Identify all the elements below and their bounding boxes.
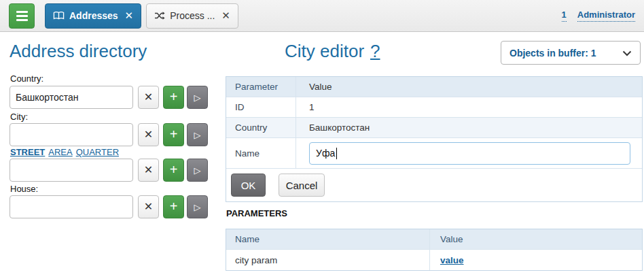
close-icon[interactable]: ✕ <box>125 10 134 22</box>
header-value: Value <box>296 82 642 92</box>
hamburger-menu-button[interactable] <box>9 3 35 29</box>
editor-row-id: ID 1 <box>226 97 642 118</box>
user-area: 1 Administrator <box>562 10 635 22</box>
page-title-address-directory: Address directory <box>10 41 147 62</box>
tab-label: Process ... <box>170 10 215 21</box>
row-value: Башкортостан <box>296 122 642 133</box>
current-user-link[interactable]: Administrator <box>577 10 635 22</box>
play-icon: ▷ <box>194 93 201 102</box>
city-clear-button[interactable]: ✕ <box>138 123 159 146</box>
link-area[interactable]: AREA <box>48 147 72 157</box>
play-icon: ▷ <box>194 203 201 212</box>
street-input[interactable] <box>10 159 133 182</box>
country-label: Country: <box>10 73 43 84</box>
tab-label: Addresses <box>69 10 118 21</box>
country-add-button[interactable]: + <box>163 86 184 109</box>
clear-icon: ✕ <box>144 201 153 212</box>
row-value: 1 <box>296 102 642 112</box>
house-add-button[interactable]: + <box>163 195 184 218</box>
editor-footer: OK Cancel <box>226 169 642 201</box>
help-link[interactable]: ? <box>370 41 380 61</box>
parameters-row: city param value <box>226 250 642 270</box>
header-value: Value <box>430 234 642 244</box>
city-input[interactable] <box>10 123 133 146</box>
play-icon: ▷ <box>194 166 201 175</box>
city-select-button[interactable]: ▷ <box>187 123 208 146</box>
shuffle-icon <box>154 11 165 20</box>
country-clear-button[interactable]: ✕ <box>138 86 159 109</box>
country-field-row: ✕ + ▷ <box>10 86 208 109</box>
book-icon <box>53 11 65 20</box>
tab-addresses[interactable]: Addresses ✕ <box>45 3 141 29</box>
city-add-button[interactable]: + <box>163 123 184 146</box>
house-clear-button[interactable]: ✕ <box>138 195 159 218</box>
header-parameter: Parameter <box>226 77 296 97</box>
country-input[interactable] <box>10 86 133 109</box>
parameters-header-row: Name Value <box>226 229 642 250</box>
hamburger-icon <box>16 11 28 13</box>
editor-row-country: Country Башкортостан <box>226 118 642 138</box>
text-caret <box>336 148 337 159</box>
street-type-links: STREET AREA QUARTER <box>10 147 119 157</box>
param-value-link[interactable]: value <box>440 255 464 265</box>
city-field-row: ✕ + ▷ <box>10 123 208 146</box>
buffer-label: Objects in buffer: 1 <box>509 48 596 59</box>
clear-icon: ✕ <box>144 92 153 103</box>
street-clear-button[interactable]: ✕ <box>138 159 159 182</box>
plus-icon: + <box>170 199 178 213</box>
parameters-table: Name Value city param value <box>226 229 643 271</box>
city-label: City: <box>10 112 28 122</box>
param-name: city param <box>226 250 430 270</box>
city-name-input[interactable] <box>309 142 630 165</box>
street-select-button[interactable]: ▷ <box>187 159 208 182</box>
country-select-button[interactable]: ▷ <box>187 86 208 109</box>
tab-process[interactable]: Process ... ✕ <box>146 3 238 29</box>
clear-icon: ✕ <box>144 129 153 140</box>
top-bar: Addresses ✕ Process ... ✕ 1 Administrato… <box>0 0 644 32</box>
row-label: Country <box>226 118 296 137</box>
cancel-button[interactable]: Cancel <box>279 174 325 197</box>
city-editor-table: Parameter Value ID 1 Country Башкортоста… <box>226 76 643 202</box>
house-select-button[interactable]: ▷ <box>187 195 208 218</box>
plus-icon: + <box>170 127 178 141</box>
chevron-down-icon <box>622 48 632 59</box>
link-street[interactable]: STREET <box>10 147 45 157</box>
play-icon: ▷ <box>194 131 201 140</box>
parameters-section-title: PARAMETERS <box>226 208 287 218</box>
house-field-row: ✕ + ▷ <box>10 195 208 218</box>
ok-button[interactable]: OK <box>231 174 266 197</box>
objects-in-buffer-dropdown[interactable]: Objects in buffer: 1 <box>501 41 641 65</box>
clear-icon: ✕ <box>144 165 153 176</box>
house-label: House: <box>10 184 38 194</box>
page-title-city-editor: City editor? <box>285 41 380 62</box>
row-label: Name <box>226 138 296 168</box>
plus-icon: + <box>170 163 178 176</box>
app-window: Addresses ✕ Process ... ✕ 1 Administrato… <box>0 0 644 279</box>
street-add-button[interactable]: + <box>163 159 184 182</box>
plus-icon: + <box>170 90 178 103</box>
editor-row-name: Name <box>226 138 642 169</box>
notification-count-link[interactable]: 1 <box>562 10 567 22</box>
editor-header-row: Parameter Value <box>226 77 642 97</box>
house-input[interactable] <box>10 195 133 218</box>
city-editor-title-text: City editor <box>285 41 364 61</box>
street-field-row: ✕ + ▷ <box>10 159 208 182</box>
link-quarter[interactable]: QUARTER <box>76 147 119 157</box>
header-name: Name <box>226 229 430 249</box>
row-label: ID <box>226 97 296 117</box>
close-icon[interactable]: ✕ <box>221 10 230 22</box>
